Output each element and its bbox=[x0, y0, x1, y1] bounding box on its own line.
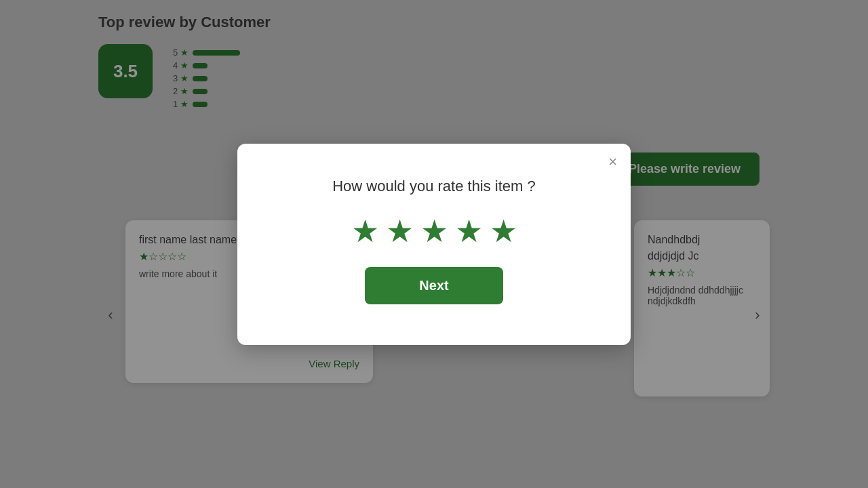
modal-stars: ★ ★ ★ ★ ★ bbox=[351, 216, 517, 247]
modal-star-1[interactable]: ★ bbox=[351, 216, 379, 247]
modal-star-3[interactable]: ★ bbox=[420, 216, 448, 247]
modal-title: How would you rate this item ? bbox=[332, 178, 536, 195]
modal-star-2[interactable]: ★ bbox=[386, 216, 414, 247]
modal-star-5[interactable]: ★ bbox=[490, 216, 517, 247]
next-button[interactable]: Next bbox=[365, 267, 502, 304]
rating-modal: × How would you rate this item ? ★ ★ ★ ★… bbox=[237, 144, 631, 345]
modal-star-4[interactable]: ★ bbox=[455, 216, 483, 247]
modal-close-button[interactable]: × bbox=[608, 155, 617, 169]
modal-overlay: × How would you rate this item ? ★ ★ ★ ★… bbox=[0, 0, 868, 488]
